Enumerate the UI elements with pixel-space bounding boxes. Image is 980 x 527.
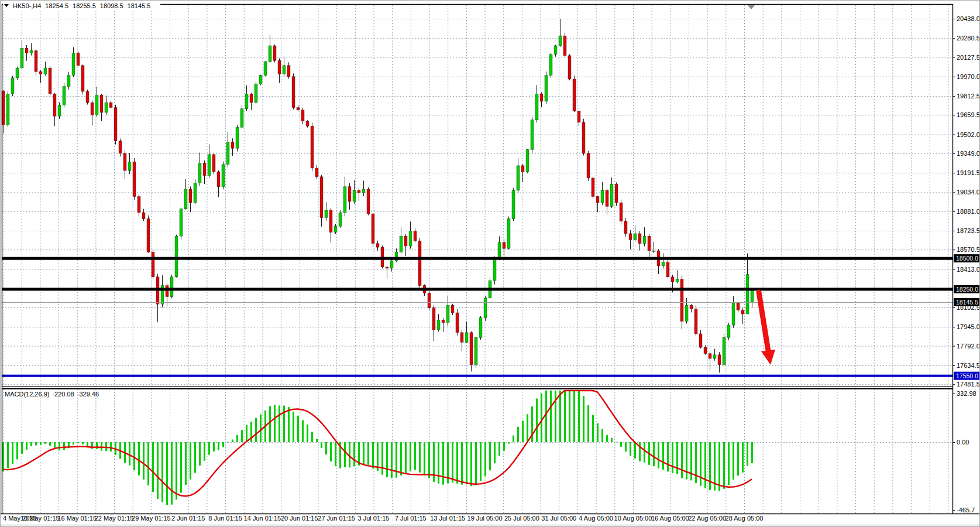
bull-candle: [240, 109, 243, 128]
macd-histogram-bar: [12, 442, 13, 464]
bear-candle: [348, 187, 351, 201]
macd-histogram-bar: [480, 442, 482, 481]
bear-candle: [77, 53, 80, 66]
macd-histogram-bar: [672, 442, 673, 473]
down-arrow-annotation: [759, 292, 775, 365]
macd-histogram-bar: [138, 442, 140, 475]
macd-panel: [2, 391, 753, 505]
macd-histogram-bar: [367, 442, 369, 465]
time-tick-label: 20 Jun 01:15: [281, 515, 318, 522]
symbol-dropdown-icon[interactable]: [4, 4, 9, 7]
macd-histogram-bar: [606, 435, 608, 442]
bear-candle: [287, 66, 290, 77]
macd-histogram-bar: [718, 442, 720, 491]
bull-candle: [255, 84, 257, 102]
macd-histogram-bar: [302, 420, 304, 442]
macd-histogram-bar: [105, 442, 107, 451]
macd-histogram-bar: [44, 442, 46, 444]
close-value: 18145.5: [128, 2, 151, 9]
bull-candle: [400, 236, 403, 252]
macd-histogram-bar: [400, 442, 402, 475]
macd-histogram-bar: [498, 442, 500, 456]
time-tick-label: 31 Jul 05:00: [541, 515, 576, 522]
time-tick-label: 13 Jul 01:15: [430, 515, 465, 522]
macd-histogram-bar: [611, 438, 613, 442]
macd-histogram-bar: [634, 442, 636, 458]
bear-candle: [109, 102, 112, 107]
macd-histogram-bar: [428, 442, 430, 478]
bear-candle: [428, 293, 431, 307]
bull-candle: [498, 242, 501, 258]
bull-candle: [194, 183, 197, 203]
macd-axis-label: 0.00: [957, 439, 969, 446]
macd-main-value: -220.08: [52, 391, 74, 398]
bear-candle: [648, 236, 651, 251]
bear-candle: [704, 347, 707, 354]
macd-histogram-bar: [133, 442, 135, 470]
trading-chart-window: 20438.020280.520127.519970.019812.519659…: [0, 0, 980, 527]
bull-candle: [446, 305, 449, 323]
macd-histogram-bar: [564, 391, 566, 442]
bear-candle: [297, 108, 300, 110]
macd-histogram-bar: [709, 442, 711, 490]
bull-candle: [634, 234, 637, 240]
time-tick-label: 29 May 01:15: [132, 515, 171, 522]
macd-histogram-bar: [63, 442, 65, 450]
macd-histogram-bar: [129, 442, 130, 466]
macd-histogram-bar: [751, 442, 753, 463]
bull-candle: [535, 94, 538, 119]
macd-histogram-bar: [190, 442, 191, 480]
bull-candle: [723, 337, 725, 364]
bear-candle: [81, 66, 84, 91]
bear-candle: [189, 189, 192, 203]
macd-histogram-bar: [344, 442, 346, 467]
time-tick-label: 19 Jul 05:00: [467, 515, 503, 522]
macd-histogram-bar: [545, 391, 547, 442]
bull-candle: [727, 325, 730, 337]
price-tick-label: 17792.0: [957, 343, 980, 350]
bull-candle: [175, 236, 178, 277]
macd-histogram-bar: [555, 391, 556, 442]
bear-candle: [521, 166, 524, 172]
bull-candle: [198, 163, 201, 183]
macd-histogram-bar: [695, 442, 697, 483]
macd-histogram-bar: [550, 391, 552, 442]
bear-candle: [620, 203, 623, 221]
candlestick-chart-surface[interactable]: 20438.020280.520127.519970.019812.519659…: [1, 1, 980, 527]
bull-candle: [662, 262, 665, 265]
macd-histogram-bar: [419, 442, 421, 473]
macd-histogram-bar: [208, 442, 210, 455]
bull-candle: [180, 209, 183, 236]
macd-histogram-bar: [470, 442, 472, 486]
chart-shift-marker-icon: [748, 5, 755, 9]
bear-candle: [133, 162, 136, 196]
time-tick-label: 22 Aug 05:00: [688, 515, 726, 522]
macd-histogram-bar: [59, 442, 60, 450]
macd-histogram-bar: [166, 442, 168, 505]
bull-candle: [479, 318, 482, 338]
bear-candle: [606, 190, 608, 206]
price-tick-label: 19349.0: [957, 150, 980, 157]
macd-histogram-bar: [592, 415, 594, 442]
macd-histogram-bar: [2, 442, 4, 471]
macd-histogram-bar: [410, 442, 411, 471]
macd-histogram-bar: [620, 442, 622, 447]
macd-histogram-bar: [171, 442, 173, 505]
macd-histogram-bar: [246, 425, 247, 442]
bear-candle: [615, 184, 618, 203]
symbol-period-label: HK50-,H4: [13, 2, 41, 9]
price-tick-label: 19659.5: [957, 111, 980, 118]
bear-candle: [39, 71, 42, 74]
macd-histogram-bar: [321, 442, 322, 448]
bull-candle: [236, 127, 239, 148]
bear-candle: [91, 102, 94, 115]
macd-histogram-bar: [658, 442, 659, 468]
bear-candle: [718, 355, 721, 365]
bear-candle: [587, 153, 590, 178]
bull-candle: [339, 213, 342, 226]
macd-histogram-bar: [513, 436, 514, 442]
macd-histogram-bar: [110, 442, 112, 451]
macd-histogram-bar: [241, 430, 243, 442]
bull-candle: [517, 166, 520, 190]
bull-candle: [610, 184, 613, 206]
